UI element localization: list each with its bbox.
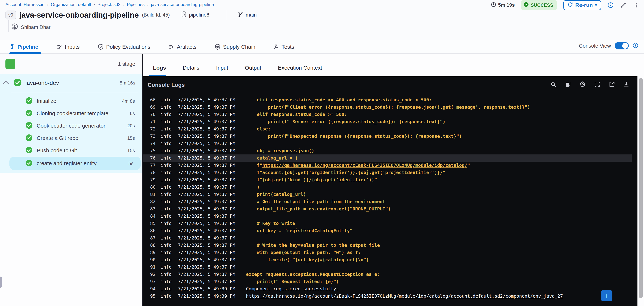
tab-pipeline[interactable]: Pipeline (10, 40, 38, 54)
log-line-69: 69info7/21/2025, 5:49:37 PM print(f"Clie… (143, 104, 632, 111)
log-line-72: 72info7/21/2025, 5:49:37 PM else: (143, 125, 632, 133)
log-line-87: 87info7/21/2025, 5:49:37 PM (143, 234, 632, 242)
divider (8, 20, 9, 32)
log-line-74: 74info7/21/2025, 5:49:37 PM (143, 140, 632, 147)
gear-icon[interactable] (580, 81, 586, 88)
chevron-up-icon[interactable] (3, 81, 9, 87)
breadcrumb-project[interactable]: Project: sd2 (98, 2, 120, 7)
log-line-78: 78info7/21/2025, 5:49:37 PM f"account.{o… (143, 169, 632, 176)
tab-supply-chain[interactable]: Supply Chain (215, 40, 256, 54)
log-line-76: 76info7/21/2025, 5:49:37 PM catalog_url … (143, 154, 632, 162)
build-id: (Build Id: 45) (142, 12, 170, 18)
chevron-down-icon: ▾ (595, 3, 597, 8)
rerun-button[interactable]: Re-run ▾ (564, 0, 601, 10)
artifacts-icon (168, 44, 174, 50)
scrollbar-thumb[interactable] (639, 78, 643, 298)
step-push-code-to-git[interactable]: Push code to Git15s (0, 144, 142, 157)
tab-execution-context[interactable]: Execution Context (278, 65, 322, 71)
breadcrumb-account[interactable]: Account: Harness.io (6, 2, 44, 7)
tab-logs[interactable]: Logs (153, 65, 166, 71)
tab-policy-evaluations[interactable]: Policy Evaluations (98, 40, 150, 54)
flask-icon (274, 44, 279, 50)
tab-inputs[interactable]: Inputs (56, 40, 80, 54)
step-create-a-git-repo[interactable]: Create a Git repo15s (0, 132, 142, 144)
stage-status-square[interactable] (6, 59, 15, 69)
refresh-icon (568, 2, 573, 9)
log-line-80: 80info7/21/2025, 5:49:37 PM ) (143, 184, 632, 191)
main-tab-strip: Pipeline Inputs Policy Evaluations Arti (0, 40, 644, 54)
log-line-91: 91info7/21/2025, 5:49:37 PM (143, 263, 632, 271)
console-view-control: Console View (579, 42, 638, 50)
branch-chip[interactable]: main (238, 11, 257, 19)
tab-artifacts[interactable]: Artifacts (168, 40, 196, 54)
stage-section: java-onb-dev 5m 16s Initialize4m 8sCloni… (0, 74, 142, 173)
clock-icon (491, 2, 496, 9)
search-icon[interactable] (550, 81, 556, 87)
log-line-77: 77info7/21/2025, 5:49:37 PM f"https://qa… (143, 162, 632, 169)
divider (11, 93, 138, 93)
user-avatar-icon (12, 23, 18, 31)
breadcrumb-separator: › (47, 2, 48, 7)
open-in-new-icon[interactable] (609, 81, 615, 87)
pipeline-title-row: v0 java-service-onboarding-pipeline (Bui… (6, 10, 257, 20)
log-line-71: 71info7/21/2025, 5:49:37 PM print(f" Ser… (143, 118, 632, 125)
pipeline-icon (10, 44, 15, 50)
kebab-menu-icon[interactable] (633, 2, 639, 9)
breadcrumb-current-pipeline[interactable]: java-service-onboarding-pipeline (151, 2, 214, 7)
fullscreen-icon[interactable] (594, 81, 600, 87)
log-line-68: 68info7/21/2025, 5:49:37 PM elif respons… (143, 99, 632, 104)
step-cloning-cookiecutter-template[interactable]: Cloning cookiecutter template6s (0, 107, 142, 120)
log-line-70: 70info7/21/2025, 5:49:37 PM elif respons… (143, 111, 632, 118)
edit-pencil-icon[interactable] (620, 2, 627, 9)
log-line-94: 94info7/21/2025, 5:49:39 PMComponent reg… (143, 285, 632, 292)
success-check-icon (524, 2, 529, 8)
execution-detail-panel: Logs Details Input Output Execution Cont… (143, 54, 644, 306)
tab-details[interactable]: Details (183, 65, 200, 71)
tab-tests[interactable]: Tests (274, 40, 294, 54)
log-line-92: 92info7/21/2025, 5:49:37 PMexcept reques… (143, 271, 632, 278)
breadcrumb-separator: › (94, 2, 95, 7)
scroll-to-top-button[interactable]: ↑ (601, 290, 612, 301)
breadcrumb-separator: › (147, 2, 148, 7)
log-line-84: 84info7/21/2025, 5:49:37 PM (143, 213, 632, 220)
triggered-by: Shibam Dhar (12, 23, 50, 31)
log-line-75: 75info7/21/2025, 5:49:37 PM obj = respon… (143, 147, 632, 154)
success-check-icon (26, 122, 33, 130)
left-edge-scroll-thumb[interactable] (0, 276, 2, 288)
log-line-89: 89info7/21/2025, 5:49:37 PM with open(ou… (143, 249, 632, 256)
console-logs-header: Console Logs (143, 76, 638, 98)
pipeline-execution-page: Account: Harness.io › Organization: defa… (0, 0, 644, 306)
console-log-viewport[interactable]: 68info7/21/2025, 5:49:37 PM elif respons… (143, 99, 632, 306)
console-scrollbar[interactable] (638, 76, 644, 306)
log-line-85: 85info7/21/2025, 5:49:37 PM # Key to wri… (143, 220, 632, 227)
breadcrumb-pipelines[interactable]: Pipelines (127, 2, 144, 7)
total-duration: 5m 19s (491, 2, 515, 9)
info-icon[interactable] (607, 2, 614, 8)
info-icon[interactable] (632, 42, 638, 49)
repository-icon (181, 11, 187, 19)
tab-input[interactable]: Input (216, 65, 228, 71)
copy-icon[interactable] (565, 81, 571, 87)
stage-row-java-onb-dev[interactable]: java-onb-dev 5m 16s (0, 74, 142, 92)
log-line-88: 88info7/21/2025, 5:49:37 PM # Write the … (143, 242, 632, 249)
stage-sidebar: 1 stage java-onb-dev 5m 16s Initialize4m… (0, 54, 142, 306)
console-view-label: Console View (579, 43, 611, 49)
console-view-toggle[interactable] (614, 42, 629, 50)
status-badge: SUCCESS (521, 0, 557, 10)
stage-count-label: 1 stage (118, 61, 135, 67)
step-create-and-register-entity[interactable]: create and register entity5s (10, 157, 141, 170)
git-branch-icon (238, 11, 244, 19)
download-icon[interactable] (623, 81, 630, 87)
repo-chip[interactable]: pipeline8 (181, 11, 209, 19)
success-check-icon (26, 97, 33, 105)
success-check-icon (14, 78, 22, 87)
active-tab-underline (150, 75, 166, 76)
tab-output[interactable]: Output (245, 65, 261, 71)
step-initialize[interactable]: Initialize4m 8s (0, 95, 142, 107)
inputs-icon (56, 44, 62, 50)
stage-name: java-onb-dev (26, 80, 120, 86)
step-cookiecutter-code-generator[interactable]: Cookiecutter code generator20s (0, 120, 142, 132)
breadcrumb-separator: › (123, 2, 124, 7)
active-tab-underline (10, 52, 41, 54)
breadcrumb-org[interactable]: Organization: default (51, 2, 91, 7)
